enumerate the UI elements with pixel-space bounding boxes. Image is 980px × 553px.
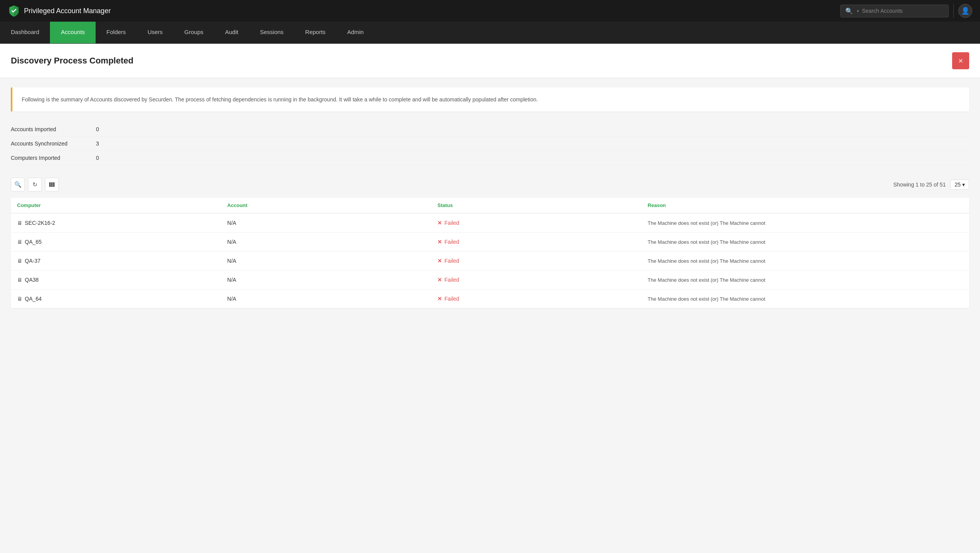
divider — [953, 4, 954, 18]
computer-name-3: QA38 — [25, 277, 39, 283]
columns-button[interactable] — [45, 178, 59, 192]
nav-bar: Dashboard Accounts Folders Users Groups … — [0, 22, 980, 44]
stat-value-accounts-imported: 0 — [96, 126, 99, 132]
page-header: Discovery Process Completed × — [0, 44, 980, 78]
failed-icon-0: ✕ — [437, 220, 442, 226]
cell-computer-1: 🖥 QA_65 — [17, 239, 227, 245]
status-text-2: Failed — [444, 258, 459, 264]
stats-section: Accounts Imported 0 Accounts Synchronize… — [11, 122, 969, 165]
data-table: Computer Account Status Reason 🖥 SEC-2K1… — [11, 198, 969, 308]
stat-label-computers-imported: Computers Imported — [11, 155, 96, 161]
nav-item-audit[interactable]: Audit — [214, 22, 249, 43]
brand-logo — [8, 5, 20, 17]
status-text-4: Failed — [444, 296, 459, 302]
cell-reason-0: The Machine does not exist (or) The Mach… — [648, 220, 963, 226]
table-toolbar: 🔍 ↻ Showing 1 to 25 of 51 25 ▾ — [11, 178, 969, 192]
nav-item-sessions[interactable]: Sessions — [249, 22, 295, 43]
computer-icon: 🖥 — [17, 277, 22, 283]
stat-row-accounts-synchronized: Accounts Synchronized 3 — [11, 137, 969, 151]
cell-computer-3: 🖥 QA38 — [17, 277, 227, 283]
nav-item-folders[interactable]: Folders — [96, 22, 137, 43]
cell-reason-1: The Machine does not exist (or) The Mach… — [648, 239, 963, 245]
info-text: Following is the summary of Accounts dis… — [22, 96, 538, 103]
col-header-reason: Reason — [648, 202, 963, 208]
nav-item-admin[interactable]: Admin — [336, 22, 375, 43]
cell-account-4: N/A — [227, 296, 437, 302]
failed-icon-2: ✕ — [437, 258, 442, 264]
page-size-chevron-icon: ▾ — [962, 181, 965, 188]
stat-label-accounts-synchronized: Accounts Synchronized — [11, 140, 96, 147]
status-text-3: Failed — [444, 277, 459, 283]
nav-item-users[interactable]: Users — [137, 22, 173, 43]
cell-account-1: N/A — [227, 239, 437, 245]
failed-icon-3: ✕ — [437, 277, 442, 283]
search-chevron-icon: ▾ — [857, 9, 859, 13]
computer-name-2: QA-37 — [25, 258, 40, 264]
stat-row-computers-imported: Computers Imported 0 — [11, 151, 969, 165]
col-header-account: Account — [227, 202, 437, 208]
page-size-select[interactable]: 25 ▾ — [950, 180, 969, 190]
page-size-value: 25 — [954, 181, 961, 188]
cell-status-2: ✕ Failed — [437, 258, 648, 264]
user-menu-button[interactable]: 👤 — [958, 4, 972, 18]
top-right: 🔍 ▾ 👤 — [840, 4, 972, 18]
table-row: 🖥 QA-37 N/A ✕ Failed The Machine does no… — [11, 252, 969, 271]
computer-name-0: SEC-2K16-2 — [25, 220, 55, 226]
content: Following is the summary of Accounts dis… — [0, 78, 980, 317]
stat-row-accounts-imported: Accounts Imported 0 — [11, 122, 969, 137]
status-text-1: Failed — [444, 239, 459, 245]
stat-value-computers-imported: 0 — [96, 155, 99, 161]
computer-icon: 🖥 — [17, 239, 22, 245]
search-input[interactable] — [862, 8, 944, 14]
search-icon: 🔍 — [845, 7, 853, 15]
svg-rect-2 — [53, 182, 55, 187]
svg-rect-0 — [49, 182, 51, 187]
cell-reason-2: The Machine does not exist (or) The Mach… — [648, 258, 963, 264]
failed-icon-1: ✕ — [437, 239, 442, 245]
cell-account-0: N/A — [227, 220, 437, 226]
status-text-0: Failed — [444, 220, 459, 226]
columns-icon — [49, 181, 55, 188]
info-box: Following is the summary of Accounts dis… — [11, 87, 969, 111]
table-row: 🖥 QA_64 N/A ✕ Failed The Machine does no… — [11, 289, 969, 308]
svg-rect-1 — [51, 182, 53, 187]
nav-item-reports[interactable]: Reports — [295, 22, 337, 43]
cell-account-2: N/A — [227, 258, 437, 264]
cell-status-1: ✕ Failed — [437, 239, 648, 245]
col-header-computer: Computer — [17, 202, 227, 208]
table-header: Computer Account Status Reason — [11, 198, 969, 214]
page-title: Discovery Process Completed — [11, 56, 134, 66]
close-button[interactable]: × — [952, 52, 969, 69]
col-header-status: Status — [437, 202, 648, 208]
computer-icon: 🖥 — [17, 258, 22, 264]
brand-name: Privileged Account Manager — [24, 7, 111, 15]
computer-name-4: QA_64 — [25, 296, 42, 302]
stat-value-accounts-synchronized: 3 — [96, 140, 99, 147]
cell-computer-0: 🖥 SEC-2K16-2 — [17, 220, 227, 226]
table-row: 🖥 QA38 N/A ✕ Failed The Machine does not… — [11, 271, 969, 289]
failed-icon-4: ✕ — [437, 296, 442, 302]
cell-status-4: ✕ Failed — [437, 296, 648, 302]
cell-status-0: ✕ Failed — [437, 220, 648, 226]
table-row: 🖥 SEC-2K16-2 N/A ✕ Failed The Machine do… — [11, 214, 969, 233]
nav-item-dashboard[interactable]: Dashboard — [0, 22, 50, 43]
cell-reason-4: The Machine does not exist (or) The Mach… — [648, 296, 963, 302]
cell-status-3: ✕ Failed — [437, 277, 648, 283]
brand: Privileged Account Manager — [8, 5, 111, 17]
toolbar-left: 🔍 ↻ — [11, 178, 59, 192]
search-table-button[interactable]: 🔍 — [11, 178, 25, 192]
cell-account-3: N/A — [227, 277, 437, 283]
nav-item-accounts[interactable]: Accounts — [50, 22, 96, 43]
cell-computer-2: 🖥 QA-37 — [17, 258, 227, 264]
computer-icon: 🖥 — [17, 220, 22, 226]
stat-label-accounts-imported: Accounts Imported — [11, 126, 96, 132]
cell-computer-4: 🖥 QA_64 — [17, 296, 227, 302]
showing-text: Showing 1 to 25 of 51 — [893, 181, 946, 188]
top-bar: Privileged Account Manager 🔍 ▾ 👤 — [0, 0, 980, 22]
computer-icon: 🖥 — [17, 296, 22, 302]
cell-reason-3: The Machine does not exist (or) The Mach… — [648, 277, 963, 283]
table-row: 🖥 QA_65 N/A ✕ Failed The Machine does no… — [11, 233, 969, 252]
search-bar[interactable]: 🔍 ▾ — [840, 5, 949, 17]
refresh-button[interactable]: ↻ — [28, 178, 42, 192]
nav-item-groups[interactable]: Groups — [173, 22, 214, 43]
